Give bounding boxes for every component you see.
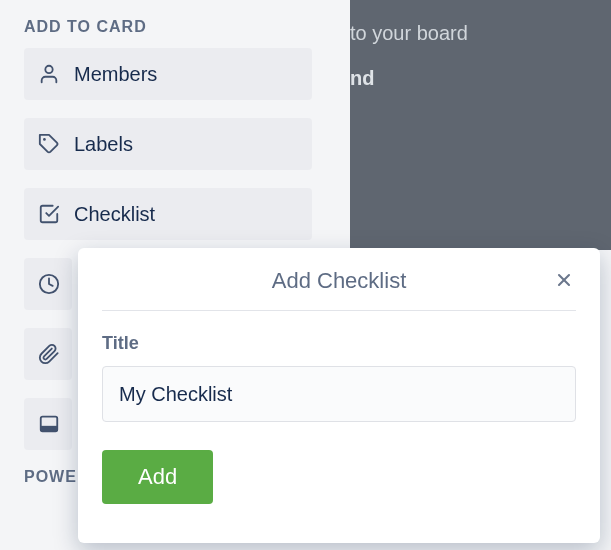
labels-button[interactable]: Labels <box>24 118 312 170</box>
add-checklist-popover: Add Checklist Title Add <box>78 248 600 543</box>
tag-icon <box>38 133 60 155</box>
checklist-button[interactable]: Checklist <box>24 188 312 240</box>
check-square-icon <box>38 203 60 225</box>
attachment-button[interactable]: Attachment <box>24 328 72 380</box>
window-bottom-icon <box>38 413 60 435</box>
svg-point-1 <box>43 138 46 141</box>
add-button[interactable]: Add <box>102 450 213 504</box>
labels-label: Labels <box>74 133 133 156</box>
clock-icon <box>38 273 60 295</box>
sidebar-section-title: ADD TO CARD <box>24 18 326 36</box>
modal-backdrop: to your board nd <box>350 0 611 250</box>
members-label: Members <box>74 63 157 86</box>
checklist-label: Checklist <box>74 203 155 226</box>
due-date-button[interactable]: Due Date <box>24 258 72 310</box>
members-button[interactable]: Members <box>24 48 312 100</box>
backdrop-text-fragment-1: to your board <box>350 22 611 45</box>
svg-point-0 <box>45 66 52 73</box>
svg-rect-4 <box>41 426 58 432</box>
close-button[interactable] <box>552 270 576 294</box>
popover-title: Add Checklist <box>272 268 407 293</box>
backdrop-text-fragment-2: nd <box>350 67 611 90</box>
popover-body: Title Add <box>102 311 576 504</box>
paperclip-icon <box>38 343 60 365</box>
title-field-label: Title <box>102 333 576 354</box>
popover-header: Add Checklist <box>102 268 576 311</box>
checklist-title-input[interactable] <box>102 366 576 422</box>
person-icon <box>38 63 60 85</box>
cover-button[interactable]: Cover <box>24 398 72 450</box>
close-icon <box>554 270 574 294</box>
